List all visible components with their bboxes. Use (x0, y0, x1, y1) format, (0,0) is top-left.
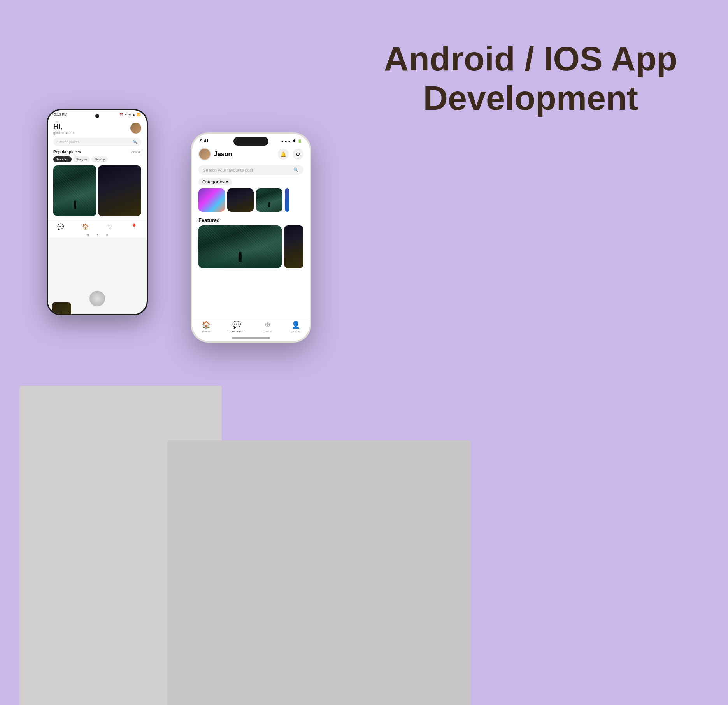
ios-dynamic-island (233, 137, 268, 146)
android-avatar (130, 123, 141, 134)
ios-status-icons: ▲▲▲ ❋ 🔋 (281, 139, 302, 143)
android-image-2 (98, 165, 141, 216)
ios-categories-badge[interactable]: Categories ▾ (198, 178, 232, 185)
ios-create-label: Create (263, 330, 272, 333)
ios-header: Jason 🔔 ⚙ (192, 145, 310, 164)
ios-home-indicator (232, 337, 270, 339)
android-back-button: ◀ (86, 233, 89, 236)
android-popular-places-title: Popular places (53, 150, 81, 154)
android-tab-for-you[interactable]: For you (73, 156, 90, 162)
ios-category-image-1 (198, 188, 225, 212)
android-greeting: Hi, glad to hear it (53, 123, 141, 135)
android-search-bar[interactable]: Search places 🔍 (53, 138, 141, 146)
ios-scroll-content: Jason 🔔 ⚙ Search your favourite post 🔍 C… (192, 145, 310, 329)
ios-category-image-3 (256, 188, 282, 212)
android-img1-reflection (53, 196, 96, 216)
android-section-header: Popular places View all (53, 150, 141, 154)
ios-gear-icon[interactable]: ⚙ (293, 149, 303, 160)
ios-nav-home[interactable]: 🏠 Home (202, 320, 211, 333)
ios-profile-icon: 👤 (291, 320, 300, 329)
ios-featured-image-main (198, 225, 282, 268)
ios-featured-image-secondary (284, 225, 303, 268)
android-nav-heart-icon[interactable]: ♡ (107, 223, 112, 230)
ios-categories-chevron: ▾ (226, 180, 228, 184)
ios-categories-row (192, 188, 310, 216)
ios-header-icons: 🔔 ⚙ (278, 149, 303, 160)
ios-featured-label: Featured (198, 217, 303, 223)
android-square-button: ■ (106, 233, 108, 236)
ios-wifi-icon: ❋ (293, 139, 296, 143)
ios-search-icon: 🔍 (293, 167, 299, 172)
android-sub-text: glad to hear it (53, 131, 75, 135)
android-bottom-nav: 💬 🏠 ♡ 📍 (48, 220, 147, 231)
cat3-overlay (256, 188, 282, 212)
android-time: 5:13 PM (54, 113, 67, 116)
ios-featured-row (192, 225, 310, 268)
android-nav-location-icon[interactable]: 📍 (131, 223, 137, 230)
android-tab-nearby[interactable]: Nearby (91, 156, 108, 162)
ios-categories-label: Categories (202, 179, 225, 184)
android-view-all: View all (131, 150, 141, 154)
ios-nav-profile[interactable]: 👤 profile (291, 320, 300, 333)
ios-bell-icon[interactable]: 🔔 (278, 149, 289, 160)
pedestal-right (167, 440, 471, 705)
hero-line2: Development (423, 79, 638, 117)
android-home-bar: ◀ ● ■ (48, 231, 147, 238)
ios-avatar (198, 148, 211, 160)
android-tabs: Trending For you Nearby (53, 156, 141, 162)
ios-profile-label: profile (291, 330, 300, 333)
ios-comment-icon: 💬 (232, 320, 241, 329)
android-status-icons: ⏰✦❋▲📶 (119, 113, 140, 116)
ios-home-label: Home (202, 330, 210, 333)
ios-search-placeholder: Search your favourite post (203, 168, 293, 172)
ios-category-image-4 (285, 188, 289, 212)
android-circle-button: ● (96, 233, 98, 236)
android-images-grid (53, 165, 141, 216)
ios-category-image-2 (227, 188, 254, 212)
android-search-icon: 🔍 (133, 140, 137, 144)
android-image-1 (53, 165, 96, 216)
android-camera-notch (95, 114, 99, 118)
android-search-placeholder: Search places (57, 140, 133, 144)
ios-user-info: Jason (198, 148, 232, 160)
featured-reflection (198, 251, 282, 268)
android-tab-trending[interactable]: Trending (53, 156, 72, 162)
android-img1-person (74, 202, 76, 209)
ios-phone: 9:41 ▲▲▲ ❋ 🔋 Jason 🔔 ⚙ (191, 132, 311, 343)
android-nav-chat-icon[interactable]: 💬 (57, 223, 64, 230)
android-phone: 5:13 PM ⏰✦❋▲📶 Hi, glad to hear it Search… (47, 109, 148, 315)
ios-create-icon: ⊕ (265, 320, 270, 329)
ios-nav-comment[interactable]: 💬 Comment (230, 320, 244, 333)
ios-battery-icon: 🔋 (297, 139, 302, 143)
ios-nav-create[interactable]: ⊕ Create (263, 320, 272, 333)
android-content: Hi, glad to hear it Search places 🔍 Popu… (48, 119, 147, 220)
ios-search-bar[interactable]: Search your favourite post 🔍 (198, 165, 303, 175)
ios-bottom-nav: 🏠 Home 💬 Comment ⊕ Create 👤 profile (192, 318, 310, 341)
hero-line1: Android / IOS App (384, 39, 677, 78)
ios-nav-items: 🏠 Home 💬 Comment ⊕ Create 👤 profile (192, 320, 310, 333)
ios-home-icon: 🏠 (202, 320, 211, 329)
cat3-person (268, 202, 270, 207)
ios-signal-icon: ▲▲▲ (281, 139, 291, 143)
ios-username: Jason (214, 151, 232, 158)
ios-time: 9:41 (200, 139, 209, 143)
android-hi-text: Hi, (53, 123, 75, 131)
hero-text-block: Android / IOS App Development (384, 39, 677, 118)
ios-comment-label: Comment (230, 330, 244, 333)
android-nav-home-icon[interactable]: 🏠 (82, 223, 89, 230)
